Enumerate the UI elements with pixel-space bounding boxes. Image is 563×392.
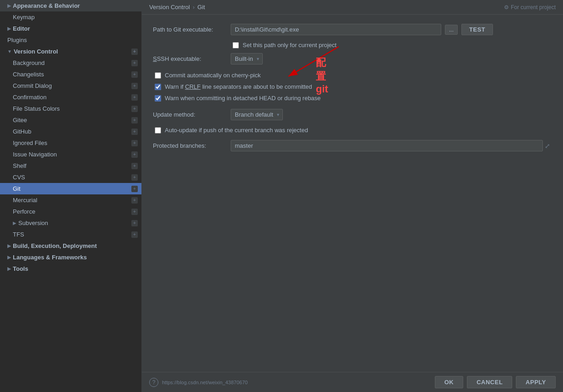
sidebar-item-github[interactable]: GitHub + <box>0 126 141 137</box>
sidebar-item-label: CVS <box>13 174 131 181</box>
add-icon[interactable]: + <box>131 117 138 124</box>
watermark: https://blog.csdn.net/weixin_43870670 <box>162 380 248 385</box>
main-content: Version Control › Git ⚙ For current proj… <box>142 0 563 392</box>
protected-label: Protected branches: <box>153 142 231 149</box>
sidebar-item-label: Shelf <box>13 162 131 169</box>
path-label: Path to Git executable: <box>153 26 231 33</box>
expand-icon: ▶ <box>7 255 11 260</box>
warn-detached-label: Warn when committing in detached HEAD or… <box>165 95 321 102</box>
expand-icon-open: ▼ <box>7 49 12 54</box>
ssh-select[interactable]: Built-in <box>231 53 263 64</box>
update-method-select[interactable]: Branch default <box>231 109 283 120</box>
git-path-input-group: ... TEST <box>231 24 552 35</box>
add-icon[interactable]: + <box>131 186 138 192</box>
warn-detached-checkbox[interactable] <box>155 95 161 102</box>
add-icon[interactable]: + <box>131 151 138 158</box>
add-icon[interactable]: + <box>131 209 138 215</box>
sidebar-item-label: Build, Execution, Deployment <box>13 242 138 249</box>
auto-update-checkbox[interactable] <box>155 127 161 134</box>
sidebar-item-label: Confirmation <box>13 94 131 101</box>
sidebar-item-tools[interactable]: ▶ Tools <box>0 263 141 274</box>
add-icon[interactable]: + <box>131 140 138 146</box>
set-path-label: Set this path only for current project <box>243 42 336 48</box>
sidebar-item-label: Appearance & Behavior <box>13 2 138 9</box>
sidebar-item-label: Version Control <box>14 48 131 55</box>
sidebar-item-languages-frameworks[interactable]: ▶ Languages & Frameworks <box>0 252 141 263</box>
warn-crlf-checkbox[interactable] <box>155 84 161 90</box>
sidebar-item-tfs[interactable]: TFS + <box>0 229 141 240</box>
add-icon[interactable]: + <box>131 163 138 169</box>
commit-cherry-label: Commit automatically on cherry-pick <box>165 72 261 79</box>
update-method-label: Update method: <box>153 111 231 118</box>
breadcrumb-version-control[interactable]: Version Control <box>149 4 190 11</box>
sidebar-item-ignored-files[interactable]: Ignored Files + <box>0 137 141 149</box>
sidebar-item-gitee[interactable]: Gitee + <box>0 114 141 126</box>
sidebar-item-file-status-colors[interactable]: File Status Colors + <box>0 103 141 114</box>
commit-cherry-checkbox[interactable] <box>155 72 161 79</box>
apply-button[interactable]: APPLY <box>516 376 556 388</box>
sidebar-item-cvs[interactable]: CVS + <box>0 172 141 183</box>
warn-crlf-label: Warn if CRLF line separators are about t… <box>165 83 312 90</box>
auto-update-row: Auto-update if push of the current branc… <box>153 127 552 134</box>
sidebar-item-label: Git <box>13 185 131 192</box>
ssh-label: SSSH executable: <box>153 55 231 62</box>
breadcrumb-sep: › <box>193 4 195 11</box>
add-icon[interactable]: + <box>131 231 138 238</box>
cancel-button[interactable]: CANCEL <box>467 376 512 388</box>
add-icon[interactable]: + <box>131 174 138 181</box>
sidebar-item-confirmation[interactable]: Confirmation + <box>0 91 141 103</box>
protected-branches-row: Protected branches: ⤢ <box>153 140 552 151</box>
sidebar-item-label: Perforce <box>13 208 131 215</box>
sidebar-item-subversion[interactable]: ▶ Subversion + <box>0 217 141 229</box>
project-link[interactable]: ⚙ For current project <box>504 4 556 11</box>
add-icon[interactable]: + <box>131 60 138 66</box>
set-path-row: Set this path only for current project <box>231 42 552 48</box>
add-icon[interactable]: + <box>131 197 138 204</box>
ok-button[interactable]: OK <box>435 376 464 388</box>
add-icon[interactable]: + <box>131 83 138 89</box>
sidebar-item-background[interactable]: Background + <box>0 57 141 69</box>
expand-icon: ▶ <box>7 26 11 31</box>
ssh-row: SSSH executable: Built-in <box>153 53 552 64</box>
sidebar-item-label: Editor <box>13 25 138 32</box>
expand-icon: ▶ <box>7 266 11 271</box>
sidebar-item-changelists[interactable]: Changelists + <box>0 69 141 80</box>
set-path-checkbox[interactable] <box>233 42 239 48</box>
sidebar-item-plugins[interactable]: Plugins <box>0 34 141 46</box>
help-button[interactable]: ? <box>149 378 158 387</box>
expand-protected-button[interactable]: ⤢ <box>543 140 552 151</box>
protected-branches-input[interactable] <box>231 140 543 151</box>
expand-icon: ▶ <box>7 3 11 8</box>
gear-icon: ⚙ <box>504 4 509 11</box>
add-icon[interactable]: + <box>131 220 138 226</box>
sidebar-item-keymap[interactable]: Keymap <box>0 11 141 23</box>
breadcrumb: Version Control › Git ⚙ For current proj… <box>142 0 563 15</box>
sidebar-item-build-execution[interactable]: ▶ Build, Execution, Deployment <box>0 240 141 252</box>
sidebar-item-mercurial[interactable]: Mercurial + <box>0 194 141 206</box>
sidebar-item-label: Subversion <box>18 220 131 226</box>
git-path-input[interactable] <box>231 24 441 35</box>
sidebar-item-commit-dialog[interactable]: Commit Dialog + <box>0 80 141 91</box>
sidebar-item-issue-navigation[interactable]: Issue Navigation + <box>0 149 141 160</box>
sidebar-item-label: Commit Dialog <box>13 82 131 89</box>
add-icon[interactable]: + <box>131 48 138 55</box>
sidebar-item-perforce[interactable]: Perforce + <box>0 206 141 217</box>
browse-button[interactable]: ... <box>445 25 458 35</box>
sidebar-item-git[interactable]: Git + <box>0 183 141 194</box>
sidebar-item-label: Changelists <box>13 71 131 78</box>
sidebar-item-label: Issue Navigation <box>13 151 131 158</box>
sidebar-item-editor[interactable]: ▶ Editor <box>0 23 141 34</box>
test-button[interactable]: TEST <box>461 24 493 35</box>
add-icon[interactable]: + <box>131 71 138 78</box>
add-icon[interactable]: + <box>131 106 138 112</box>
sidebar-item-label: Background <box>13 59 131 66</box>
auto-update-label: Auto-update if push of the current branc… <box>165 127 308 134</box>
sidebar-item-version-control[interactable]: ▼ Version Control + <box>0 46 141 57</box>
breadcrumb-git[interactable]: Git <box>197 4 205 11</box>
sidebar-item-appearance[interactable]: ▶ Appearance & Behavior <box>0 0 141 11</box>
bottom-bar: ? https://blog.csdn.net/weixin_43870670 … <box>142 372 563 392</box>
git-path-row: Path to Git executable: ... TEST <box>153 24 552 35</box>
add-icon[interactable]: + <box>131 129 138 135</box>
add-icon[interactable]: + <box>131 94 138 101</box>
sidebar-item-shelf[interactable]: Shelf + <box>0 160 141 172</box>
